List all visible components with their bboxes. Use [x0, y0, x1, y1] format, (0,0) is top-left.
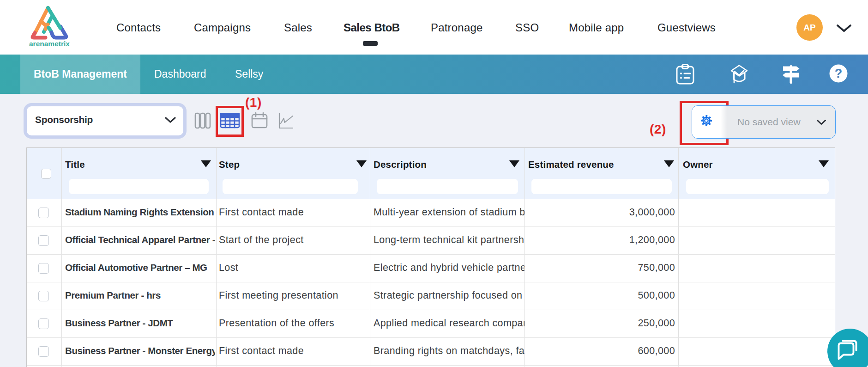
svg-text:?: ? [835, 67, 843, 80]
svg-text:arenametrix: arenametrix [29, 40, 70, 48]
